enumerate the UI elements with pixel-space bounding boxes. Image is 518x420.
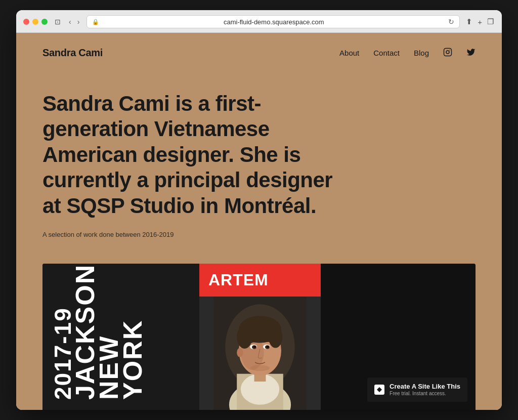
- artem-card: ARTEM: [199, 264, 321, 410]
- new-tab-button[interactable]: +: [477, 17, 483, 27]
- squarespace-badge[interactable]: Create A Site Like This Free trial. Inst…: [367, 377, 467, 402]
- browser-nav-buttons: ⊡ ‹ ›: [53, 17, 81, 27]
- address-bar[interactable]: 🔒 cami-fluid-demo.squarespace.com ↻: [87, 15, 460, 28]
- sidebar-toggle-button[interactable]: ⊡: [53, 17, 63, 27]
- instagram-icon[interactable]: [443, 48, 452, 59]
- lock-icon: 🔒: [92, 19, 99, 25]
- browser-window: ⊡ ‹ › 🔒 cami-fluid-demo.squarespace.com …: [16, 10, 502, 410]
- reload-button[interactable]: ↻: [448, 18, 454, 26]
- site-header: Sandra Cami About Contact Blog: [16, 33, 502, 71]
- browser-chrome: ⊡ ‹ › 🔒 cami-fluid-demo.squarespace.com …: [16, 10, 502, 33]
- svg-point-20: [237, 348, 243, 357]
- hero-section: Sandra Cami is a first-generation Vietna…: [16, 71, 502, 254]
- svg-point-13: [269, 326, 282, 348]
- back-button[interactable]: ‹: [67, 17, 73, 27]
- website-content: Sandra Cami About Contact Blog: [16, 33, 502, 410]
- portfolio-preview: 2017-19 JACKSON NEW YORK ARTEM: [42, 264, 476, 410]
- svg-point-19: [267, 346, 269, 348]
- svg-point-12: [237, 325, 252, 349]
- share-button[interactable]: ⬆: [465, 16, 473, 27]
- site-logo[interactable]: Sandra Cami: [42, 47, 103, 59]
- url-text: cami-fluid-demo.squarespace.com: [102, 18, 445, 26]
- artem-header: ARTEM: [199, 264, 321, 297]
- badge-cta: Create A Site Like This: [390, 383, 460, 391]
- portfolio-left-panel: 2017-19 JACKSON NEW YORK: [42, 264, 199, 410]
- svg-rect-0: [444, 48, 452, 56]
- close-button[interactable]: [23, 19, 29, 25]
- hero-subtext: A selection of work done between 2016-20…: [42, 231, 476, 238]
- hero-headline: Sandra Cami is a first-generation Vietna…: [42, 91, 336, 219]
- svg-point-1: [446, 51, 449, 54]
- browser-actions: ⬆ + ❐: [465, 16, 495, 27]
- traffic-lights: [23, 19, 48, 25]
- artem-title: ARTEM: [208, 271, 312, 289]
- nav-about[interactable]: About: [339, 49, 359, 57]
- squarespace-logo-icon: [374, 385, 384, 395]
- badge-sub: Free trial. Instant access.: [390, 391, 460, 397]
- maximize-button[interactable]: [41, 19, 48, 25]
- nav-blog[interactable]: Blog: [414, 49, 429, 57]
- svg-point-18: [253, 346, 256, 348]
- twitter-icon[interactable]: [466, 48, 476, 59]
- nav-contact[interactable]: Contact: [373, 49, 400, 57]
- forward-button[interactable]: ›: [75, 17, 82, 27]
- site-nav: About Contact Blog: [339, 48, 476, 59]
- svg-point-2: [449, 50, 450, 51]
- minimize-button[interactable]: [32, 19, 38, 25]
- portfolio-rotated-text: 2017-19 JACKSON NEW YORK: [53, 264, 145, 400]
- squarespace-badge-text: Create A Site Like This Free trial. Inst…: [390, 383, 460, 397]
- svg-point-21: [250, 365, 270, 371]
- artem-portrait: [199, 297, 321, 410]
- duplicate-button[interactable]: ❐: [486, 16, 495, 27]
